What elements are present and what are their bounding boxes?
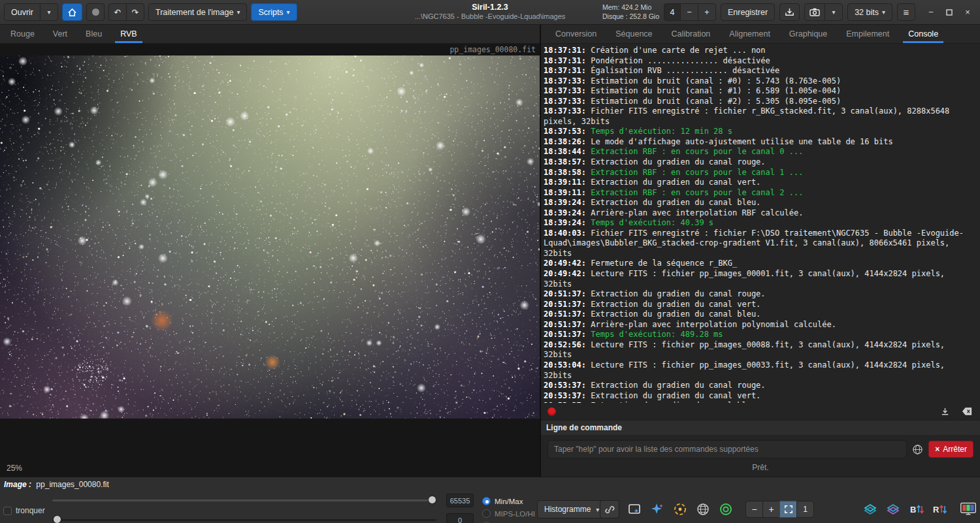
stop-button[interactable]: × Arrêter [928,441,973,458]
command-input[interactable] [547,440,907,458]
high-slider-handle[interactable] [428,496,436,504]
cyan-layers-icon [862,502,878,516]
zoom-level: 25% [7,464,22,473]
svg-text:B: B [910,505,916,515]
channel-b-arrows-icon: B [908,502,924,516]
fit-view-icon [784,505,793,514]
memory-usage: Mem: 424.2 Mio [602,3,659,12]
tab-calibration[interactable]: Calibration [662,25,720,43]
low-slider-handle[interactable] [53,515,61,523]
plus-icon: + [768,504,774,515]
maximize-button[interactable] [941,4,958,21]
image-processing-menu-button[interactable]: Traitement de l'image ▾ [148,3,247,21]
tab-rouge[interactable]: Rouge [1,25,44,43]
tab-vert[interactable]: Vert [44,25,76,43]
tab-conversion[interactable]: Conversion [546,25,606,43]
scripts-menu-button[interactable]: Scripts ▾ [251,3,297,21]
tab-alignement[interactable]: Alignement [720,25,779,43]
current-image-label: Image : pp_images_00080.fit [4,480,109,489]
minimize-button[interactable]: − [923,4,939,21]
headerbar: Ouvrir ▾ ↶ ↷ Traitement de l'image ▾ Scr… [0,0,980,25]
mips-radio[interactable] [482,509,491,518]
redo-icon: ↷ [132,7,139,17]
astro-image[interactable] [0,55,540,419]
star-detection-button[interactable] [649,501,666,518]
undo-redo-group: ↶ ↷ [108,3,144,21]
tab-rvb[interactable]: RVB [111,25,146,43]
save-as-button[interactable] [779,3,800,21]
threads-plus-button[interactable]: + [698,3,716,21]
channel-b-swap-button[interactable]: B [907,501,924,518]
open-dropdown-button[interactable]: ▾ [40,3,58,21]
tab-sequence[interactable]: Séquence [606,25,661,43]
zoom-one-button[interactable]: 1 [796,501,814,518]
threads-value[interactable]: 4 [664,3,681,21]
low-cutoff-slider[interactable] [52,519,436,521]
record-button[interactable] [86,3,105,21]
chevron-down-icon: ▾ [287,8,290,16]
zoom-in-button[interactable]: + [762,501,780,518]
photometry-button[interactable] [672,501,689,518]
channel-r-swap-button[interactable]: R [930,501,947,518]
radio-row-clipped[interactable] [482,520,535,523]
chevron-down-icon: ▾ [48,8,51,16]
save-button[interactable]: Enregistrer [721,3,775,21]
close-button[interactable]: × [959,4,976,21]
working-directory: ...\NGC7635 - Bubble -Evoguide-Lquad\ima… [415,12,566,20]
globe-icon [912,444,923,455]
redo-button[interactable]: ↷ [126,3,144,21]
layers-teal-button[interactable] [885,501,902,518]
workflow-tabs: Conversion Séquence Calibration Aligneme… [541,25,980,44]
maximize-icon [946,9,953,16]
image-processing-label: Traitement de l'image [155,8,233,17]
disk-space: Disque : 252.8 Gio [602,12,659,22]
chevron-down-icon: ▾ [882,8,885,16]
radio-row-mips[interactable]: MIPS-LO/HI [482,507,535,520]
clear-log-button[interactable] [961,406,973,417]
minimize-icon: − [928,7,934,17]
truncate-checkbox[interactable] [3,507,12,515]
tab-console[interactable]: Console [899,25,947,43]
annotate-image-button[interactable] [626,501,643,518]
viewer-filename-label: pp_images_00080.fit [449,45,536,54]
resource-usage: Mem: 424.2 Mio Disque : 252.8 Gio [602,3,659,21]
command-row: × Arrêter [541,435,980,460]
language-button[interactable] [911,443,924,456]
zoom-out-button[interactable]: − [745,501,763,518]
low-cutoff-value[interactable]: 0 [446,513,474,523]
home-button[interactable] [62,3,82,21]
tab-graphique[interactable]: Graphique [780,25,836,43]
registration-button[interactable] [717,501,734,518]
photo-star-icon [627,502,642,516]
tab-empilement[interactable]: Empilement [837,25,898,43]
bit-depth-dropdown[interactable]: 32 bits ▾ [847,3,892,21]
threads-minus-button[interactable]: − [680,3,698,21]
layers-cyan-button[interactable] [862,501,879,518]
radio-row-minmax[interactable]: Min/Max [482,495,535,507]
zoom-controls: − + 1 [745,501,814,518]
tab-bleu[interactable]: Bleu [76,25,111,43]
astrometry-button[interactable] [694,501,711,518]
snapshot-dropdown-button[interactable]: ▾ [825,3,843,21]
snapshot-button[interactable] [804,3,825,21]
high-cutoff-slider[interactable] [52,499,436,501]
hamburger-icon: ≡ [904,7,909,18]
blue-star-icon [650,502,664,516]
high-cutoff-value[interactable]: 65535 [446,494,474,507]
viewer-filename-strip: pp_images_00080.fit [0,44,540,55]
menu-button[interactable]: ≡ [897,3,915,21]
mips-label: MIPS-LO/HI [495,510,535,518]
minmax-radio[interactable] [482,497,491,505]
undo-button[interactable]: ↶ [108,3,127,21]
channel-tools: B R [862,501,977,518]
stop-x-icon: × [935,445,939,454]
console-log[interactable]: 18:37:31: Création d'une carte de rejet … [541,44,980,403]
snapshot-button-group: ▾ [804,3,843,21]
open-button[interactable]: Ouvrir [4,3,41,21]
display-mode-dropdown[interactable]: Histogramme ▾ [537,500,606,518]
link-channels-button[interactable] [600,500,619,518]
export-log-button[interactable] [939,406,951,417]
globe-wireframe-icon [696,502,710,516]
zoom-fit-button[interactable] [779,501,797,518]
display-settings-button[interactable] [960,501,977,518]
